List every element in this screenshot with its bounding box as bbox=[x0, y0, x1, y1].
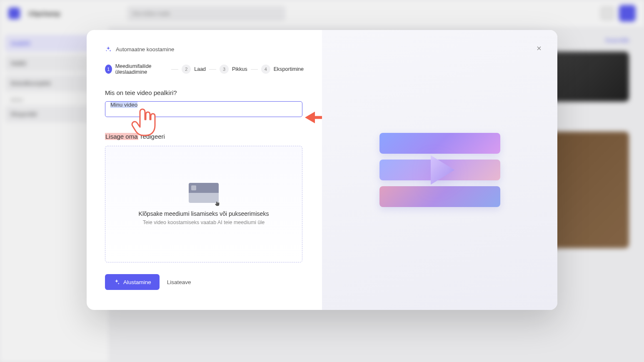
media-dropzone[interactable]: Klõpsake meediumi lisamiseks või pukseer… bbox=[105, 146, 302, 262]
modal-left-panel: Automaatne koostamine 1 Meediumifailide … bbox=[87, 30, 322, 310]
hand-cursor-icon bbox=[214, 200, 220, 207]
add-media-label: Lisage oma bbox=[105, 133, 138, 140]
sparkle-icon bbox=[113, 279, 120, 285]
wizard-header: Automaatne koostamine bbox=[105, 46, 304, 52]
step-1[interactable]: 1 Meediumifailide üleslaadimine bbox=[105, 63, 168, 75]
step-2[interactable]: 2 Laad bbox=[182, 65, 206, 74]
close-icon bbox=[536, 45, 542, 52]
play-icon bbox=[417, 147, 463, 193]
close-button[interactable] bbox=[532, 42, 546, 55]
dropzone-thumbnail-icon bbox=[189, 183, 219, 203]
sparkle-icon bbox=[105, 46, 112, 52]
wizard-title: Automaatne koostamine bbox=[116, 46, 174, 52]
preview-graphic bbox=[379, 133, 500, 207]
start-button[interactable]: Alustamine bbox=[105, 274, 160, 290]
modal-preview-panel bbox=[322, 30, 557, 310]
step-3[interactable]: 3 Pikkus bbox=[220, 65, 247, 74]
step-4[interactable]: 4 Eksportimine bbox=[261, 65, 304, 74]
dropzone-title: Klõpsake meediumi lisamiseks või pukseer… bbox=[139, 210, 269, 217]
edit-media-link[interactable]: redigeeri bbox=[141, 133, 165, 140]
title-question: Mis on teie video pealkiri? bbox=[105, 89, 304, 96]
auto-compose-modal: Automaatne koostamine 1 Meediumifailide … bbox=[87, 30, 557, 310]
dropzone-subtitle: Teie video koostamiseks vaatab AI teie m… bbox=[143, 220, 265, 225]
learn-more-link[interactable]: Lisateave bbox=[167, 279, 191, 285]
video-title-input[interactable]: Minu video bbox=[105, 101, 302, 117]
stepper: 1 Meediumifailide üleslaadimine 2 Laad 3… bbox=[105, 63, 304, 75]
